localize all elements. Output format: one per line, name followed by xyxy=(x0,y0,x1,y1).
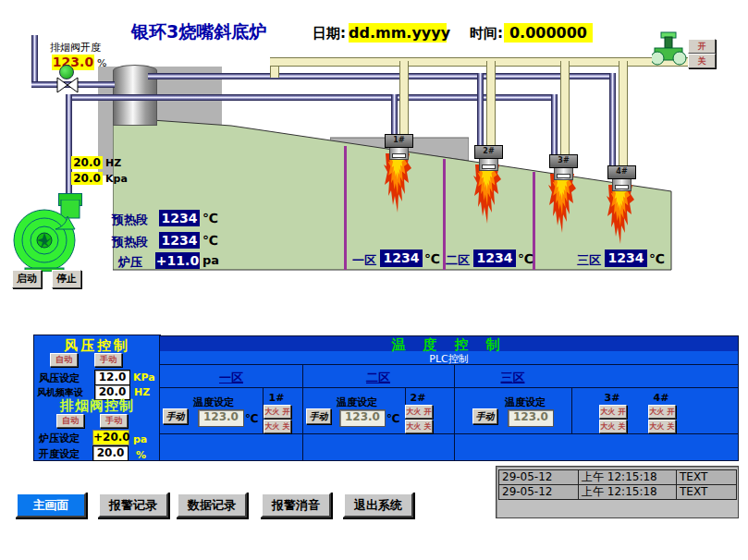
damper-panel-title: 排烟阀控制 xyxy=(34,397,160,415)
nav-alarm-mute-button[interactable]: 报警消音 xyxy=(261,493,331,517)
damper-opening-unit: % xyxy=(97,57,106,69)
page-title: 银环3烧嘴斜底炉 xyxy=(131,20,288,44)
opening-setpoint-label: 开度设定 xyxy=(39,447,80,461)
burner4-label: 4# xyxy=(648,392,674,404)
log-date: 29-05-12 xyxy=(498,484,582,500)
zone1-manual-button[interactable]: 手动 xyxy=(163,408,188,424)
zone3-header: 三区 xyxy=(454,370,571,386)
burner2-bigfire-off-button[interactable]: 大火 关 xyxy=(405,420,433,433)
fan-pipe-horizontal xyxy=(68,94,152,101)
furnace-press-setpoint-label: 炉压设定 xyxy=(39,432,80,445)
zone2-manual-button[interactable]: 手动 xyxy=(306,408,331,424)
zone2-header: 二区 xyxy=(302,370,454,386)
burner-slot xyxy=(392,153,406,158)
control-valve-icon xyxy=(652,30,687,67)
preheat-label-2: 预热段 xyxy=(112,234,148,250)
fan-stop-button[interactable]: 停止 xyxy=(52,270,81,288)
wind-setpoint-input[interactable]: 12.0 xyxy=(94,370,130,385)
burner1-bigfire-on-button[interactable]: 大火 开 xyxy=(264,405,291,419)
grid-line xyxy=(571,387,572,433)
log-time: 上午 12:15:18 xyxy=(578,484,680,500)
burner-1-cap: 1# xyxy=(385,134,413,148)
opening-setpoint-input[interactable]: 20.0 xyxy=(92,445,129,461)
flame-icon xyxy=(473,164,501,224)
nav-main-screen-button[interactable]: 主画面 xyxy=(16,493,86,517)
time-label: 时间: xyxy=(470,25,503,43)
log-time: 上午 12:15:18 xyxy=(578,469,680,485)
damper-manual-button[interactable]: 手动 xyxy=(100,414,128,428)
air-drop-1 xyxy=(391,94,398,137)
damper-valve-icon[interactable] xyxy=(56,77,79,93)
zone3-setpoint-label: 温度设定 xyxy=(505,396,560,409)
air-drop-3 xyxy=(551,94,558,157)
burner-slot xyxy=(482,164,496,169)
zone3-manual-button[interactable]: 手动 xyxy=(472,408,497,424)
burner1-label: 1# xyxy=(264,392,289,404)
date-label: 日期: xyxy=(313,25,346,43)
burner-4-cap: 4# xyxy=(607,165,636,179)
burner4-bigfire-on-button[interactable]: 大火 开 xyxy=(648,405,676,419)
valve-open-button[interactable]: 开 xyxy=(688,39,716,54)
zone3-temp-label: 三区 xyxy=(577,252,601,269)
preheat-label-1: 预热段 xyxy=(112,212,148,228)
burner2-label: 2# xyxy=(405,392,431,404)
nav-alarm-record-button[interactable]: 报警记录 xyxy=(98,493,168,517)
zone3-temp-unit: ℃ xyxy=(649,251,665,266)
fan-frequency-unit: HZ xyxy=(105,157,121,169)
zone2-setpoint-label: 温度设定 xyxy=(337,396,392,409)
preheat-unit-2: ℃ xyxy=(202,233,218,248)
zone1-temp-label: 一区 xyxy=(352,252,376,269)
nav-exit-system-button[interactable]: 退出系统 xyxy=(343,493,413,517)
zone1-header: 一区 xyxy=(160,370,302,386)
burner-2-cap: 2# xyxy=(474,145,503,159)
zone1-setpoint-input[interactable]: 123.0 xyxy=(198,409,244,427)
hmi-main-screen: 银环3烧嘴斜底炉 日期: dd.mm.yyyy 时间: 0.000000 开 xyxy=(0,0,748,560)
burner3-label: 3# xyxy=(599,392,625,404)
furnace-pressure-unit: pa xyxy=(202,253,219,267)
zone2-temp-value: 1234 xyxy=(473,250,516,267)
wind-auto-button[interactable]: 自动 xyxy=(50,353,78,367)
zone1-temp-unit: ℃ xyxy=(424,251,440,266)
nav-data-record-button[interactable]: 数据记录 xyxy=(177,493,247,517)
air-drop-4 xyxy=(609,73,616,168)
furnace-pressure-value: +11.0 xyxy=(155,252,200,269)
fan-pressure-value: 20.0 xyxy=(71,172,103,185)
grid-line xyxy=(160,433,738,434)
air-drop-2 xyxy=(477,73,484,148)
furnace-pressure-label: 炉压 xyxy=(118,254,142,271)
zone2-setpoint-input[interactable]: 123.0 xyxy=(339,409,386,427)
zone1-setpoint-unit: ℃ xyxy=(245,412,259,425)
zone2-temp-unit: ℃ xyxy=(518,251,533,266)
fan-start-button[interactable]: 启动 xyxy=(12,270,42,288)
burner3-bigfire-on-button[interactable]: 大火 开 xyxy=(599,405,627,419)
opening-setpoint-unit: % xyxy=(136,449,146,461)
valve-close-button[interactable]: 关 xyxy=(688,54,716,68)
zone3-setpoint-input[interactable]: 123.0 xyxy=(508,409,554,427)
fan-frequency-value: 20.0 xyxy=(71,156,103,169)
wind-manual-button[interactable]: 手动 xyxy=(94,353,122,367)
burner4-bigfire-off-button[interactable]: 大火 关 xyxy=(648,420,676,433)
fan-pressure-unit: Kpa xyxy=(105,173,128,185)
zone2-setpoint-unit: ℃ xyxy=(386,412,400,425)
gas-drop-2 xyxy=(486,61,496,148)
air-manifold-lower xyxy=(148,94,558,101)
gas-drop-4 xyxy=(619,61,628,168)
burner2-bigfire-on-button[interactable]: 大火 开 xyxy=(405,405,433,419)
burner3-bigfire-off-button[interactable]: 大火 关 xyxy=(599,420,627,433)
zone1-setpoint-label: 温度设定 xyxy=(193,396,249,409)
preheat-temp-1: 1234 xyxy=(159,210,200,226)
burner-3-cap: 3# xyxy=(549,154,578,168)
log-text: TEXT xyxy=(676,469,737,485)
exhaust-pipe-vertical xyxy=(31,35,38,85)
burner1-bigfire-off-button[interactable]: 大火 关 xyxy=(264,420,291,433)
preheat-unit-1: ℃ xyxy=(202,211,218,225)
furnace-press-setpoint-input[interactable]: +20.0 xyxy=(92,430,129,445)
flame-icon xyxy=(607,185,634,244)
furnace-press-setpoint-unit: pa xyxy=(133,433,147,445)
flame-icon xyxy=(384,153,411,213)
flame-icon xyxy=(548,174,576,233)
gas-drop-1 xyxy=(399,61,409,137)
temperature-panel: 温 度 控 制 PLC控制 一区 二区 三区 手动 温度设定 123.0 ℃ 1… xyxy=(159,335,739,461)
wind-setpoint-unit: KPa xyxy=(133,371,155,383)
damper-auto-button[interactable]: 自动 xyxy=(56,414,84,428)
